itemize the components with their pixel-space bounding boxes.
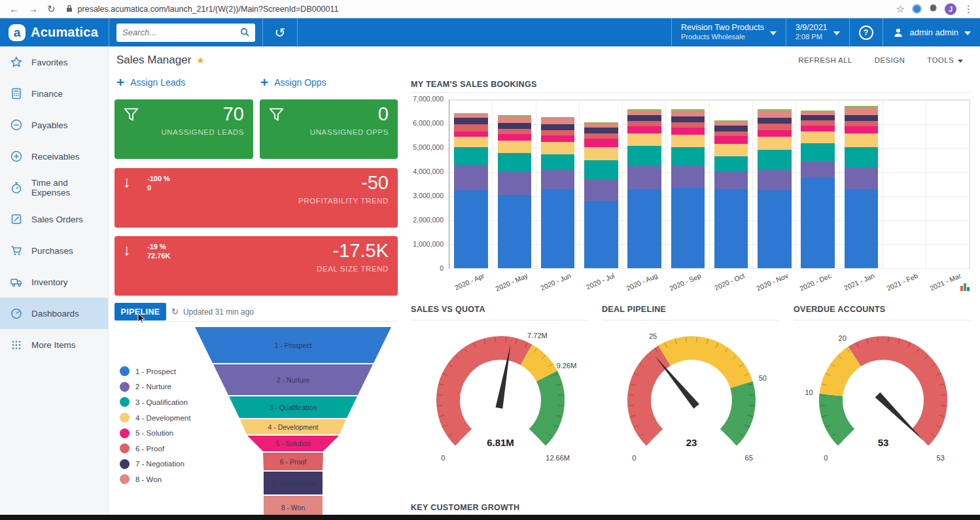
sales-vs-quota-gauge[interactable]: 7.72M9.26M012.66M6.81M: [411, 322, 589, 474]
bookings-stacked-bar-chart[interactable]: [449, 99, 970, 269]
browser-forward-icon[interactable]: →: [28, 4, 38, 14]
legend-item[interactable]: 7 - Negotiation: [120, 457, 190, 472]
bar-segment[interactable]: [584, 160, 618, 179]
funnel-stage[interactable]: 7 - Negotiation: [188, 472, 398, 494]
bar-segment[interactable]: [671, 122, 705, 128]
business-date-selector[interactable]: 3/9/2021 2:08 PM: [786, 18, 849, 46]
refresh-all-button[interactable]: REFRESH ALL: [798, 56, 852, 64]
bar-segment[interactable]: [714, 121, 748, 126]
pipeline-funnel-chart[interactable]: 1 - Prospect2 - Nurture3 - Qualification…: [188, 327, 398, 520]
bar-segment[interactable]: [541, 154, 575, 170]
funnel-stage[interactable]: 3 - Qualification: [188, 396, 398, 418]
funnel-stage[interactable]: 5 - Solution: [188, 436, 398, 451]
bar-segment[interactable]: [498, 195, 532, 268]
bar-segment[interactable]: [584, 122, 618, 123]
bar-segment[interactable]: [758, 190, 792, 268]
bookmark-star-icon[interactable]: ☆: [896, 4, 905, 14]
bar-segment[interactable]: [541, 124, 575, 130]
legend-item[interactable]: 3 - Qualification: [120, 394, 190, 410]
bar-segment[interactable]: [584, 179, 618, 201]
assign-opps-link[interactable]: + Assign Opps: [260, 77, 326, 88]
bar-segment[interactable]: [627, 109, 661, 110]
funnel-stage[interactable]: 6 - Proof: [188, 453, 398, 470]
bar-segment[interactable]: [454, 165, 488, 190]
bar-segment[interactable]: [498, 115, 532, 116]
sidebar-item-favorites[interactable]: Favorites: [0, 46, 108, 78]
bar-segment[interactable]: [758, 137, 792, 150]
acumatica-logo[interactable]: a Acumatica: [0, 24, 109, 41]
bar-segment[interactable]: [758, 118, 792, 124]
bar-segment[interactable]: [627, 146, 661, 166]
bar-segment[interactable]: [627, 189, 661, 268]
search-icon[interactable]: [240, 27, 250, 40]
bar-segment[interactable]: [845, 167, 879, 189]
bar-segment[interactable]: [627, 126, 661, 133]
bar-segment[interactable]: [584, 201, 618, 268]
bar-segment[interactable]: [498, 141, 532, 152]
bar-segment[interactable]: [845, 121, 879, 126]
bar-segment[interactable]: [801, 162, 835, 179]
bar-segment[interactable]: [627, 115, 661, 121]
bar-segment[interactable]: [801, 131, 835, 143]
bar-segment[interactable]: [845, 133, 879, 147]
sidebar-item-time-and-expenses[interactable]: Time and Expenses: [0, 172, 108, 203]
extension-icon[interactable]: [912, 4, 922, 14]
bar-segment[interactable]: [758, 130, 792, 137]
sidebar-item-inventory[interactable]: Inventory: [0, 266, 108, 298]
sidebar-item-payables[interactable]: Payables: [0, 109, 108, 141]
bar-segment[interactable]: [584, 123, 618, 128]
tools-menu-button[interactable]: TOOLS: [927, 56, 963, 64]
bar-segment[interactable]: [714, 189, 748, 268]
sidebar-item-sales-orders[interactable]: Sales Orders: [0, 203, 108, 235]
bar-segment[interactable]: [584, 133, 618, 138]
bar-segment[interactable]: [454, 118, 488, 124]
bar-segment[interactable]: [801, 112, 835, 116]
bar-segment[interactable]: [801, 115, 835, 120]
legend-item[interactable]: 1 - Prospect: [120, 364, 190, 379]
bar-segment[interactable]: [845, 106, 879, 107]
bar-segment[interactable]: [671, 128, 705, 134]
bar-segment[interactable]: [541, 189, 575, 268]
bar-segment[interactable]: [541, 117, 575, 118]
funnel-stage[interactable]: 2 - Nurture: [188, 364, 398, 395]
bar-segment[interactable]: [498, 129, 532, 134]
bar-segment[interactable]: [541, 142, 575, 154]
bar-segment[interactable]: [541, 135, 575, 142]
bar-segment[interactable]: [714, 171, 748, 188]
bar-segment[interactable]: [627, 166, 661, 189]
bar-segment[interactable]: [714, 131, 748, 136]
bar-segment[interactable]: [714, 144, 748, 156]
funnel-stage[interactable]: 1 - Prospect: [188, 327, 398, 363]
favorite-star-icon[interactable]: ★: [196, 55, 205, 65]
bar-segment[interactable]: [498, 172, 532, 195]
legend-item[interactable]: 2 - Nurture: [120, 379, 190, 395]
browser-profile-avatar[interactable]: J: [945, 3, 956, 15]
refresh-icon[interactable]: ↻: [171, 307, 179, 317]
bar-segment[interactable]: [758, 170, 792, 190]
bar-segment[interactable]: [671, 109, 705, 110]
sidebar-item-more-items[interactable]: More Items: [0, 329, 108, 360]
sidebar-item-finance[interactable]: Finance: [0, 78, 108, 109]
bar-segment[interactable]: [671, 116, 705, 122]
bar-segment[interactable]: [758, 111, 792, 118]
bar-segment[interactable]: [584, 128, 618, 133]
bar-segment[interactable]: [801, 178, 835, 268]
browser-back-icon[interactable]: ←: [9, 4, 19, 14]
legend-item[interactable]: 6 - Proof: [120, 441, 190, 457]
bar-segment[interactable]: [584, 139, 618, 147]
bar-segment[interactable]: [758, 124, 792, 130]
kpi-unassigned-leads[interactable]: 70 UNASSIGNED LEADS: [114, 99, 253, 159]
bar-segment[interactable]: [627, 111, 661, 115]
kpi-deal-size-trend[interactable]: ↓ -19 %72.76K -17.5K DEAL SIZE TREND: [114, 236, 398, 296]
bar-segment[interactable]: [714, 126, 748, 131]
bar-segment[interactable]: [845, 126, 879, 133]
bar-segment[interactable]: [845, 115, 879, 121]
sidebar-item-receivables[interactable]: Receivables: [0, 141, 108, 172]
bar-segment[interactable]: [498, 153, 532, 172]
browser-reload-icon[interactable]: ↻: [47, 4, 56, 14]
bar-segment[interactable]: [498, 123, 532, 129]
bar-segment[interactable]: [498, 134, 532, 141]
bar-segment[interactable]: [454, 147, 488, 165]
bar-segment[interactable]: [541, 130, 575, 135]
bar-segment[interactable]: [454, 137, 488, 147]
